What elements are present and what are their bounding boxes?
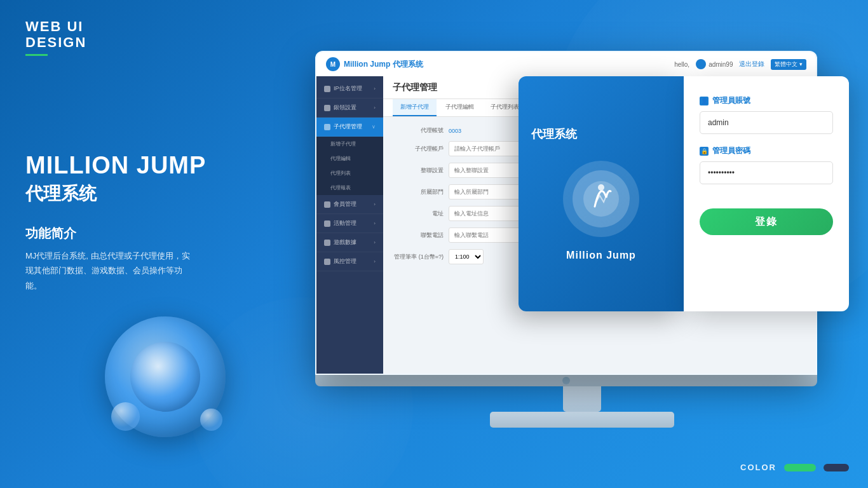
admin-sidebar: IP位名管理 › 銀領設置 › 子代理管理 [316,76,383,374]
sidebar-item-member[interactable]: 會員管理 › [316,195,383,214]
sidebar-label-game: 遊戲數據 [334,238,356,247]
login-button[interactable]: 登錄 [700,208,833,235]
agent-logo-circle [563,161,639,237]
sidebar-label-activity: 活動管理 [334,219,356,227]
sphere-small-right [200,409,222,431]
color-swatch-green [784,464,816,471]
risk-icon [324,259,330,265]
brand-title: MILLION JUMP [25,152,206,179]
tab-edit-agent[interactable]: 子代理編輯 [438,99,482,116]
monitor-stand-neck [563,386,601,412]
login-password-group: 🔒 管理員密碼 [700,146,833,184]
sphere-inner [130,342,200,412]
sidebar-label-bank: 銀領設置 [334,104,356,112]
label-dept: 所屬部門 [393,188,444,196]
sub-item-report[interactable]: 代理報表 [316,180,383,195]
member-icon [324,201,330,208]
agent-brand-name: Million Jump [566,250,636,261]
brand-subtitle: 代理系统 [25,182,206,206]
login-account-input[interactable] [700,111,833,134]
game-icon [324,240,330,246]
username-text: admin99 [709,61,733,68]
color-section: COLOR [740,463,849,472]
admin-logo: M Million Jump 代理系统 [326,57,423,71]
feature-heading: 功能简介 [25,225,206,242]
sidebar-arrow-activity: › [374,220,376,226]
color-swatch-dark [824,464,849,471]
sub-item-list[interactable]: 代理列表 [316,166,383,180]
feature-desc: MJ代理后台系统, 由总代理或子代理使用，实现其他部门数据、游戏数据、会员操作等… [25,248,197,293]
sidebar-item-agent[interactable]: 子代理管理 ∨ [316,118,383,137]
sidebar-item-game[interactable]: 遊戲數據 › [316,233,383,252]
brand-underline [25,54,48,56]
label-config: 整聯設置 [393,166,444,175]
agent-logo-inner [573,170,630,227]
label-phone: 聯繫電話 [393,231,444,240]
sidebar-label-risk: 風控管理 [334,257,356,266]
left-content: MILLION JUMP 代理系统 功能简介 MJ代理后台系统, 由总代理或子代… [25,152,206,293]
monitor-stand-base [490,412,674,428]
language-selector[interactable]: 繁體中文 ▾ [771,59,806,70]
sidebar-item-activity[interactable]: 活動管理 › [316,214,383,233]
color-label: COLOR [740,463,776,472]
top-branding: WEB UI DESIGN [25,19,86,56]
sub-item-add[interactable]: 新增子代理 [316,137,383,151]
sidebar-arrow-risk: › [374,259,376,264]
sidebar-label-ip: IP位名管理 [334,85,362,93]
agent-card-title: 代理系统 [531,126,577,142]
sidebar-arrow-member: › [374,201,376,207]
rate-select[interactable]: 1:100 1:50 1:200 [449,249,484,264]
login-card: 👤 管理員賬號 🔒 管理員密碼 登錄 [684,76,849,311]
login-password-input[interactable] [700,161,833,184]
account-icon [324,86,330,92]
sidebar-arrow-ip: › [374,86,376,92]
tab-add-agent[interactable]: 新增子代理 [393,99,437,116]
monitor-bottom-bar [315,375,817,386]
user-avatar [696,59,706,69]
label-email: 電址 [393,210,444,218]
value-account: 0003 [449,128,461,134]
account-field-icon: 👤 [700,97,709,105]
sidebar-arrow-game: › [374,240,376,245]
bank-icon [324,105,330,111]
login-account-label: 👤 管理員賬號 [700,95,833,106]
password-field-icon: 🔒 [700,147,709,156]
admin-logo-text: Million Jump 代理系统 [344,59,423,70]
sub-item-edit[interactable]: 代理編輯 [316,151,383,166]
login-password-label: 🔒 管理員密碼 [700,146,833,156]
label-rate: 管理筆率 (1台幣=?) [393,253,444,261]
sidebar-item-ip[interactable]: IP位名管理 › [316,79,383,98]
login-account-group: 👤 管理員賬號 [700,95,833,134]
admin-header-right: hello, admin99 退出登錄 繁體中文 ▾ [674,59,806,70]
overlay-cards: 代理系统 Million Jump 👤 管理員賬號 [519,76,849,311]
admin-header-user: admin99 [696,59,733,69]
sidebar-arrow-bank: › [374,105,376,111]
sidebar-label-agent: 子代理管理 [334,123,362,131]
sidebar-item-risk[interactable]: 風控管理 › [316,252,383,271]
design-text: DESIGN [25,34,86,51]
greeting-text: hello, [674,61,689,68]
label-sub-agent: 子代理帳戶 [393,145,444,153]
sidebar-arrow-agent: ∨ [372,124,376,130]
page-title: 子代理管理 [393,82,437,92]
label-account: 代理帳號 [393,126,444,135]
sidebar-label-member: 會員管理 [334,200,356,208]
sidebar-item-bank[interactable]: 銀領設置 › [316,98,383,118]
activity-icon [324,220,330,227]
sphere-small-left [111,402,140,431]
million-jump-logo [582,180,620,218]
monitor-camera [562,377,570,384]
admin-logo-icon: M [326,57,340,71]
decorative-sphere [105,316,226,437]
sidebar-sub-menu: 新增子代理 代理編輯 代理列表 代理報表 [316,137,383,195]
svg-point-1 [598,184,604,191]
agent-icon [324,124,330,130]
web-ui-text: WEB UI [25,19,86,34]
agent-card: 代理系统 Million Jump [519,76,684,311]
logout-btn[interactable]: 退出登錄 [739,60,764,69]
admin-header: M Million Jump 代理系统 hello, admin99 退出登錄 … [316,52,816,76]
